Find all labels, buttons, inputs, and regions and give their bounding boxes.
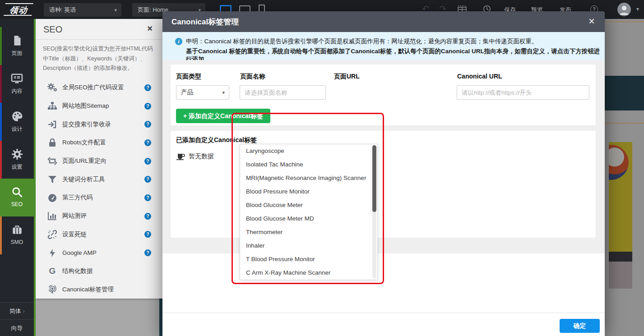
- chevron-down-icon: ▾: [114, 3, 117, 17]
- dropdown-option[interactable]: Isolated Tac Machine: [240, 158, 377, 171]
- modal-title: Canonical标签管理: [171, 17, 239, 27]
- help-icon[interactable]: ?: [144, 231, 151, 238]
- menu-item-structured-data[interactable]: G 结构化数据: [36, 262, 162, 281]
- canonical-url-label: Canonical URL: [457, 73, 502, 80]
- page-type-label: 页面类型: [176, 73, 201, 81]
- menu-item-site-evaluation[interactable]: 网站测评 ?: [36, 207, 162, 226]
- item-color-strip: [0, 65, 2, 103]
- gauge-icon: [46, 193, 58, 203]
- app-logo: 领动: [4, 3, 33, 16]
- notice-banner: i 申明：Canonical 标签的目的就是告诉搜索引擎哪个页面是权威页面作用有…: [162, 32, 605, 60]
- sidebar-item-seo[interactable]: SEO: [0, 179, 34, 216]
- menu-item-google-amp[interactable]: Google AMP ?: [36, 244, 162, 262]
- empty-text: 暂无数据: [189, 152, 214, 161]
- dropdown-option[interactable]: MRI(Magnetic Resonance Imaging) Scanner: [240, 171, 377, 185]
- lightning-icon: [46, 248, 58, 258]
- empty-cup-icon: [176, 153, 185, 160]
- modal-header: Canonical标签管理 ×: [162, 11, 605, 32]
- help-icon[interactable]: ?: [144, 139, 151, 146]
- panel-title: SEO: [43, 24, 62, 35]
- menu-item-dead-links[interactable]: 设置死链 ?: [36, 226, 162, 244]
- menu-item-keyword-analysis[interactable]: 关键词分析工具 ?: [36, 170, 162, 189]
- dropdown-option[interactable]: T Blood Pressure Monitor: [240, 253, 377, 266]
- website-canvas-backdrop: [36, 295, 162, 336]
- help-icon[interactable]: ?: [144, 84, 151, 91]
- page-name-options-dropdown: Laryngoscope Isolated Tac Machine MRI(Ma…: [240, 144, 378, 280]
- added-canonical-card: 已添加自定义Canonical标签 暂无数据: [171, 131, 596, 238]
- item-color-strip: [0, 141, 2, 179]
- help-icon[interactable]: ?: [144, 103, 151, 110]
- language-dropdown[interactable]: 语种: 英语 ▾: [44, 3, 121, 17]
- design-palette-icon: [11, 110, 23, 122]
- sidebar-item-simplified[interactable]: 简体›: [0, 302, 34, 319]
- scrollbar-thumb[interactable]: [372, 145, 376, 212]
- dropdown-option[interactable]: Blood Pressure Monitor: [240, 185, 377, 198]
- menu-item-canonical-tags[interactable]: Canonical标签管理: [36, 281, 162, 299]
- sidebar-item-smo[interactable]: SMO: [0, 216, 34, 254]
- menu-item-url-redirect[interactable]: 页面/URL重定向 ?: [36, 152, 162, 170]
- sitemap-icon: [46, 101, 58, 111]
- canonical-url-input[interactable]: [457, 85, 589, 100]
- chevron-right-icon: ›: [23, 308, 25, 314]
- menu-item-robots-config[interactable]: Robots文件配置 ?: [36, 133, 162, 152]
- submit-arrow-icon: [46, 120, 58, 129]
- seo-panel-accent-strip: [34, 19, 36, 336]
- settings-gear-icon: [11, 148, 23, 160]
- language-dropdown-label: 语种: 英语: [49, 6, 76, 13]
- scrollbar-track[interactable]: [372, 145, 376, 279]
- item-color-strip: [0, 27, 2, 65]
- confirm-button[interactable]: 确定: [560, 319, 600, 333]
- sidebar: 页面 内容 设计 设置 SEO SMO 简体›: [0, 19, 34, 336]
- page-name-input[interactable]: [240, 85, 326, 100]
- broken-link-icon: [46, 230, 58, 239]
- sidebar-item-pages[interactable]: 页面: [0, 27, 34, 65]
- modal-footer: 确定: [162, 313, 605, 336]
- page-icon: [11, 35, 23, 46]
- dropdown-option[interactable]: Blood Glucose Meter MD: [240, 212, 377, 226]
- page-type-select[interactable]: 产品 ▾: [176, 85, 229, 100]
- avatar[interactable]: [617, 3, 631, 16]
- add-canonical-form-card: 页面类型 页面名称 页面URL Canonical URL 产品 ▾ + 添加自…: [171, 64, 596, 125]
- close-icon[interactable]: ×: [588, 15, 595, 28]
- dropdown-option[interactable]: Thermometer: [240, 226, 377, 239]
- added-section-title: 已添加自定义Canonical标签: [176, 136, 257, 144]
- help-icon[interactable]: ?: [144, 249, 151, 256]
- dropdown-option[interactable]: Laryngoscope: [240, 144, 377, 158]
- dropdown-option[interactable]: Inhaler: [240, 239, 377, 253]
- gears-icon: [46, 83, 58, 92]
- menu-item-sitemap[interactable]: 网站地图Sitemap ?: [36, 97, 162, 115]
- bar-chart-icon: [46, 211, 58, 221]
- chevron-down-icon[interactable]: ▾: [636, 6, 639, 12]
- menu-item-third-party-code[interactable]: 第三方代码 ?: [36, 189, 162, 207]
- redirect-icon: [46, 156, 58, 166]
- sidebar-item-wizard[interactable]: 向导: [0, 319, 34, 336]
- g-icon: G: [46, 266, 58, 276]
- seo-description: SEO(搜索引擎优化)设置为您开放HTML代码中Title（标题）、Keywor…: [36, 40, 162, 74]
- help-icon[interactable]: ?: [144, 213, 151, 220]
- content-icon: [11, 73, 23, 84]
- help-icon[interactable]: ?: [144, 158, 151, 165]
- help-icon[interactable]: ?: [144, 194, 151, 201]
- menu-item-submit-search-engines[interactable]: 提交搜索引擎收录 ?: [36, 115, 162, 133]
- app-screen: 领动 语种: 英语 ▾ 页面: Home ▾ ↶ ↷ 保存 预览 发布 ?: [0, 0, 644, 336]
- modal-body: 页面类型 页面名称 页面URL Canonical URL 产品 ▾ + 添加自…: [162, 60, 605, 253]
- help-icon[interactable]: ?: [144, 176, 151, 183]
- funnel-icon: [46, 175, 58, 184]
- lock-icon: [46, 138, 58, 147]
- page-url-label: 页面URL: [334, 73, 360, 81]
- help-icon[interactable]: ?: [144, 121, 151, 128]
- menu-item-global-seo-code[interactable]: 全局SEO推广代码设置 ?: [36, 78, 162, 97]
- close-icon[interactable]: ×: [147, 23, 153, 34]
- empty-state: 暂无数据: [176, 152, 214, 161]
- dropdown-option[interactable]: C Arm X-Ray Machine Scanner: [240, 266, 377, 280]
- add-custom-canonical-button[interactable]: + 添加自定义Canonical标签: [176, 109, 270, 123]
- sidebar-item-content[interactable]: 内容: [0, 65, 34, 103]
- info-icon: i: [175, 38, 182, 45]
- sidebar-item-settings[interactable]: 设置: [0, 141, 34, 179]
- smo-briefcase-icon: [11, 224, 23, 236]
- podcast-icon: [46, 285, 58, 295]
- seo-search-icon: [11, 186, 23, 198]
- sidebar-item-design[interactable]: 设计: [0, 103, 34, 141]
- dropdown-option[interactable]: Blood Glucose Meter: [240, 198, 377, 212]
- notice-line-1: 申明：Canonical 标签的目的就是告诉搜索引擎哪个页面是权威页面作用有：网…: [186, 37, 537, 46]
